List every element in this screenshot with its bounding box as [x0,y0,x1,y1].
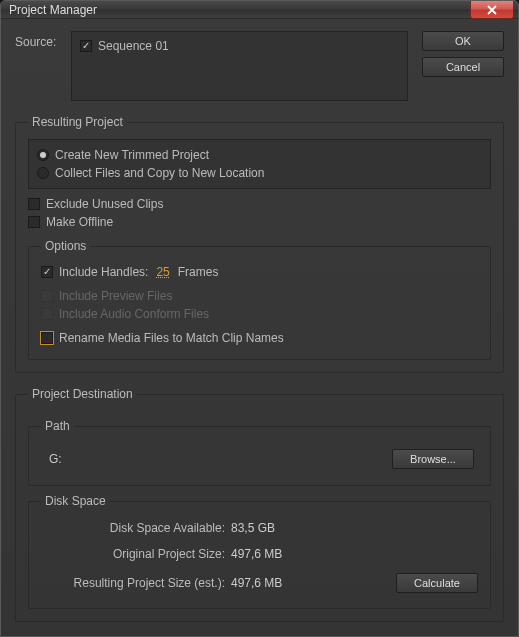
include-handles-value[interactable]: 25 [154,265,171,279]
browse-button[interactable]: Browse... [392,449,474,469]
exclude-unused-row[interactable]: Exclude Unused Clips [28,195,491,213]
options-group: Options Include Handles: 25 Frames Inclu… [28,239,491,360]
include-audio-checkbox [41,308,53,320]
rename-media-checkbox[interactable] [41,332,53,344]
make-offline-row[interactable]: Make Offline [28,213,491,231]
path-value: G: [49,452,62,466]
project-manager-window: Project Manager Source: Sequence 01 OK C… [0,0,519,637]
project-destination-legend: Project Destination [28,387,137,401]
rename-media-label: Rename Media Files to Match Clip Names [59,331,284,345]
options-legend: Options [41,239,90,253]
close-icon [487,5,497,15]
calculate-button[interactable]: Calculate [396,573,478,593]
source-label: Source: [15,31,61,49]
source-item[interactable]: Sequence 01 [80,37,399,55]
include-audio-label: Include Audio Conform Files [59,307,209,321]
ok-button[interactable]: OK [422,31,504,51]
radio-trimmed[interactable]: Create New Trimmed Project [37,146,482,164]
make-offline-label: Make Offline [46,215,113,229]
include-handles-row[interactable]: Include Handles: 25 Frames [41,263,478,281]
resulting-mode-box: Create New Trimmed Project Collect Files… [28,139,491,189]
path-legend: Path [41,419,74,433]
source-item-checkbox[interactable] [80,40,92,52]
include-audio-row: Include Audio Conform Files [41,305,478,323]
disk-space-legend: Disk Space [41,494,110,508]
exclude-unused-label: Exclude Unused Clips [46,197,163,211]
radio-trimmed-input[interactable] [37,149,49,161]
dialog-body: Source: Sequence 01 OK Cancel Resulting … [1,19,518,636]
window-title: Project Manager [9,3,97,17]
include-preview-label: Include Preview Files [59,289,172,303]
result-size-label: Resulting Project Size (est.): [41,576,231,590]
include-handles-checkbox[interactable] [41,266,53,278]
radio-trimmed-label: Create New Trimmed Project [55,148,209,162]
rename-media-row[interactable]: Rename Media Files to Match Clip Names [41,329,478,347]
resulting-project-group: Resulting Project Create New Trimmed Pro… [15,115,504,373]
make-offline-checkbox[interactable] [28,216,40,228]
include-preview-row: Include Preview Files [41,287,478,305]
source-item-label: Sequence 01 [98,39,169,53]
project-destination-group: Project Destination Path G: Browse... Di… [15,387,504,622]
source-list[interactable]: Sequence 01 [71,31,408,101]
exclude-unused-checkbox[interactable] [28,198,40,210]
orig-size-label: Original Project Size: [41,547,231,561]
disk-space-group: Disk Space Disk Space Available: 83,5 GB… [28,494,491,609]
radio-collect-label: Collect Files and Copy to New Location [55,166,264,180]
path-group: Path G: Browse... [28,419,491,486]
include-handles-label-pre: Include Handles: [59,265,148,279]
radio-collect-input[interactable] [37,167,49,179]
close-button[interactable] [470,1,514,19]
include-handles-label-post: Frames [178,265,219,279]
radio-collect[interactable]: Collect Files and Copy to New Location [37,164,482,182]
orig-size-value: 497,6 MB [231,547,311,561]
disk-avail-label: Disk Space Available: [41,521,231,535]
titlebar[interactable]: Project Manager [1,1,518,19]
include-preview-checkbox [41,290,53,302]
disk-avail-value: 83,5 GB [231,521,311,535]
resulting-project-legend: Resulting Project [28,115,127,129]
cancel-button[interactable]: Cancel [422,57,504,77]
result-size-value: 497,6 MB [231,576,311,590]
